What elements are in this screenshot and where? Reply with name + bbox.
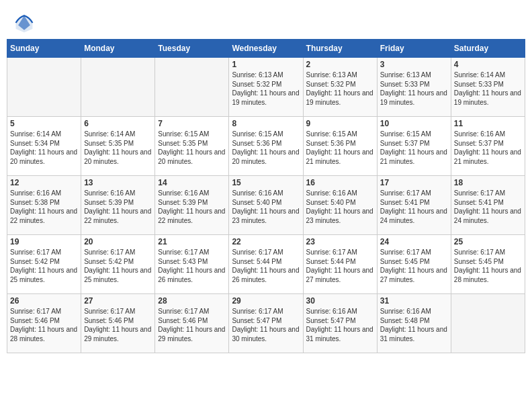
calendar-week-row: 1Sunrise: 6:13 AM Sunset: 5:32 PM Daylig… (7, 58, 525, 117)
day-info: Sunrise: 6:17 AM Sunset: 5:47 PM Dayligh… (232, 307, 300, 343)
calendar-cell: 10Sunrise: 6:15 AM Sunset: 5:37 PM Dayli… (377, 117, 451, 176)
day-info: Sunrise: 6:16 AM Sunset: 5:48 PM Dayligh… (380, 307, 448, 343)
day-info: Sunrise: 6:14 AM Sunset: 5:33 PM Dayligh… (454, 71, 522, 107)
calendar-cell: 15Sunrise: 6:16 AM Sunset: 5:40 PM Dayli… (229, 176, 303, 235)
calendar-cell: 19Sunrise: 6:17 AM Sunset: 5:42 PM Dayli… (7, 235, 81, 294)
day-number: 8 (232, 119, 300, 128)
day-number: 23 (306, 237, 374, 246)
calendar-cell: 2Sunrise: 6:13 AM Sunset: 5:32 PM Daylig… (303, 58, 377, 117)
day-number: 9 (306, 119, 374, 128)
day-info: Sunrise: 6:15 AM Sunset: 5:37 PM Dayligh… (380, 130, 448, 166)
day-number: 29 (232, 296, 300, 306)
day-number: 22 (232, 237, 300, 246)
day-info: Sunrise: 6:16 AM Sunset: 5:40 PM Dayligh… (232, 189, 300, 225)
day-number: 21 (158, 237, 226, 246)
day-number: 16 (306, 178, 374, 187)
calendar-cell: 8Sunrise: 6:15 AM Sunset: 5:36 PM Daylig… (229, 117, 303, 176)
calendar-cell: 4Sunrise: 6:14 AM Sunset: 5:33 PM Daylig… (451, 58, 525, 117)
calendar-cell: 5Sunrise: 6:14 AM Sunset: 5:34 PM Daylig… (7, 117, 81, 176)
calendar-cell: 27Sunrise: 6:17 AM Sunset: 5:46 PM Dayli… (81, 294, 155, 353)
calendar-cell: 12Sunrise: 6:16 AM Sunset: 5:38 PM Dayli… (7, 176, 81, 235)
day-info: Sunrise: 6:17 AM Sunset: 5:42 PM Dayligh… (84, 248, 152, 284)
calendar-header-row: SundayMondayTuesdayWednesdayThursdayFrid… (7, 40, 525, 58)
day-number: 10 (380, 119, 448, 128)
day-number: 3 (380, 60, 448, 69)
calendar-cell: 21Sunrise: 6:17 AM Sunset: 5:43 PM Dayli… (155, 235, 229, 294)
day-number: 17 (380, 178, 448, 187)
day-number: 26 (10, 296, 78, 306)
calendar-cell: 16Sunrise: 6:16 AM Sunset: 5:40 PM Dayli… (303, 176, 377, 235)
day-number: 24 (380, 237, 448, 246)
day-info: Sunrise: 6:13 AM Sunset: 5:33 PM Dayligh… (380, 71, 448, 107)
day-number: 30 (306, 296, 374, 306)
day-info: Sunrise: 6:17 AM Sunset: 5:41 PM Dayligh… (380, 189, 448, 225)
day-info: Sunrise: 6:14 AM Sunset: 5:34 PM Dayligh… (10, 130, 78, 166)
day-info: Sunrise: 6:17 AM Sunset: 5:44 PM Dayligh… (232, 248, 300, 284)
day-number: 18 (454, 178, 522, 187)
day-number: 2 (306, 60, 374, 69)
day-info: Sunrise: 6:15 AM Sunset: 5:36 PM Dayligh… (306, 130, 374, 166)
day-number: 14 (158, 178, 226, 187)
calendar-cell: 13Sunrise: 6:16 AM Sunset: 5:39 PM Dayli… (81, 176, 155, 235)
calendar-cell: 31Sunrise: 6:16 AM Sunset: 5:48 PM Dayli… (377, 294, 451, 353)
calendar-cell: 24Sunrise: 6:17 AM Sunset: 5:45 PM Dayli… (377, 235, 451, 294)
day-info: Sunrise: 6:17 AM Sunset: 5:42 PM Dayligh… (10, 248, 78, 284)
calendar-cell: 3Sunrise: 6:13 AM Sunset: 5:33 PM Daylig… (377, 58, 451, 117)
weekday-header-thursday: Thursday (303, 40, 377, 58)
calendar-cell: 25Sunrise: 6:17 AM Sunset: 5:45 PM Dayli… (451, 235, 525, 294)
day-number: 4 (454, 60, 522, 69)
day-info: Sunrise: 6:17 AM Sunset: 5:46 PM Dayligh… (10, 307, 78, 343)
calendar-cell: 26Sunrise: 6:17 AM Sunset: 5:46 PM Dayli… (7, 294, 81, 353)
day-number: 19 (10, 237, 78, 246)
calendar-cell (155, 58, 229, 117)
day-info: Sunrise: 6:16 AM Sunset: 5:39 PM Dayligh… (158, 189, 226, 225)
page-header (7, 7, 525, 36)
weekday-header-saturday: Saturday (451, 40, 525, 58)
logo-icon (13, 12, 35, 34)
calendar-week-row: 5Sunrise: 6:14 AM Sunset: 5:34 PM Daylig… (7, 117, 525, 176)
weekday-header-wednesday: Wednesday (229, 40, 303, 58)
day-number: 25 (454, 237, 522, 246)
weekday-header-sunday: Sunday (7, 40, 81, 58)
calendar-cell: 9Sunrise: 6:15 AM Sunset: 5:36 PM Daylig… (303, 117, 377, 176)
calendar-cell: 18Sunrise: 6:17 AM Sunset: 5:41 PM Dayli… (451, 176, 525, 235)
day-info: Sunrise: 6:17 AM Sunset: 5:45 PM Dayligh… (380, 248, 448, 284)
day-info: Sunrise: 6:13 AM Sunset: 5:32 PM Dayligh… (306, 71, 374, 107)
day-number: 15 (232, 178, 300, 187)
calendar-cell: 11Sunrise: 6:16 AM Sunset: 5:37 PM Dayli… (451, 117, 525, 176)
day-number: 6 (84, 119, 152, 128)
calendar-cell: 22Sunrise: 6:17 AM Sunset: 5:44 PM Dayli… (229, 235, 303, 294)
calendar-cell: 28Sunrise: 6:17 AM Sunset: 5:46 PM Dayli… (155, 294, 229, 353)
day-info: Sunrise: 6:17 AM Sunset: 5:45 PM Dayligh… (454, 248, 522, 284)
day-info: Sunrise: 6:17 AM Sunset: 5:41 PM Dayligh… (454, 189, 522, 225)
day-number: 31 (380, 296, 448, 306)
calendar-cell: 29Sunrise: 6:17 AM Sunset: 5:47 PM Dayli… (229, 294, 303, 353)
day-info: Sunrise: 6:15 AM Sunset: 5:35 PM Dayligh… (158, 130, 226, 166)
calendar-cell: 1Sunrise: 6:13 AM Sunset: 5:32 PM Daylig… (229, 58, 303, 117)
day-info: Sunrise: 6:16 AM Sunset: 5:39 PM Dayligh… (84, 189, 152, 225)
weekday-header-monday: Monday (81, 40, 155, 58)
calendar-week-row: 19Sunrise: 6:17 AM Sunset: 5:42 PM Dayli… (7, 235, 525, 294)
calendar-cell: 23Sunrise: 6:17 AM Sunset: 5:44 PM Dayli… (303, 235, 377, 294)
calendar-cell: 7Sunrise: 6:15 AM Sunset: 5:35 PM Daylig… (155, 117, 229, 176)
calendar-table: SundayMondayTuesdayWednesdayThursdayFrid… (7, 39, 525, 353)
calendar-cell (81, 58, 155, 117)
calendar-week-row: 12Sunrise: 6:16 AM Sunset: 5:38 PM Dayli… (7, 176, 525, 235)
day-number: 28 (158, 296, 226, 306)
day-info: Sunrise: 6:16 AM Sunset: 5:37 PM Dayligh… (454, 130, 522, 166)
day-number: 12 (10, 178, 78, 187)
calendar-cell: 14Sunrise: 6:16 AM Sunset: 5:39 PM Dayli… (155, 176, 229, 235)
day-number: 20 (84, 237, 152, 246)
day-info: Sunrise: 6:13 AM Sunset: 5:32 PM Dayligh… (232, 71, 300, 107)
calendar-cell (7, 58, 81, 117)
weekday-header-friday: Friday (377, 40, 451, 58)
weekday-header-tuesday: Tuesday (155, 40, 229, 58)
day-info: Sunrise: 6:15 AM Sunset: 5:36 PM Dayligh… (232, 130, 300, 166)
calendar-cell: 20Sunrise: 6:17 AM Sunset: 5:42 PM Dayli… (81, 235, 155, 294)
day-info: Sunrise: 6:17 AM Sunset: 5:46 PM Dayligh… (158, 307, 226, 343)
day-number: 13 (84, 178, 152, 187)
calendar-cell: 6Sunrise: 6:14 AM Sunset: 5:35 PM Daylig… (81, 117, 155, 176)
day-info: Sunrise: 6:16 AM Sunset: 5:38 PM Dayligh… (10, 189, 78, 225)
calendar-week-row: 26Sunrise: 6:17 AM Sunset: 5:46 PM Dayli… (7, 294, 525, 353)
day-info: Sunrise: 6:17 AM Sunset: 5:44 PM Dayligh… (306, 248, 374, 284)
